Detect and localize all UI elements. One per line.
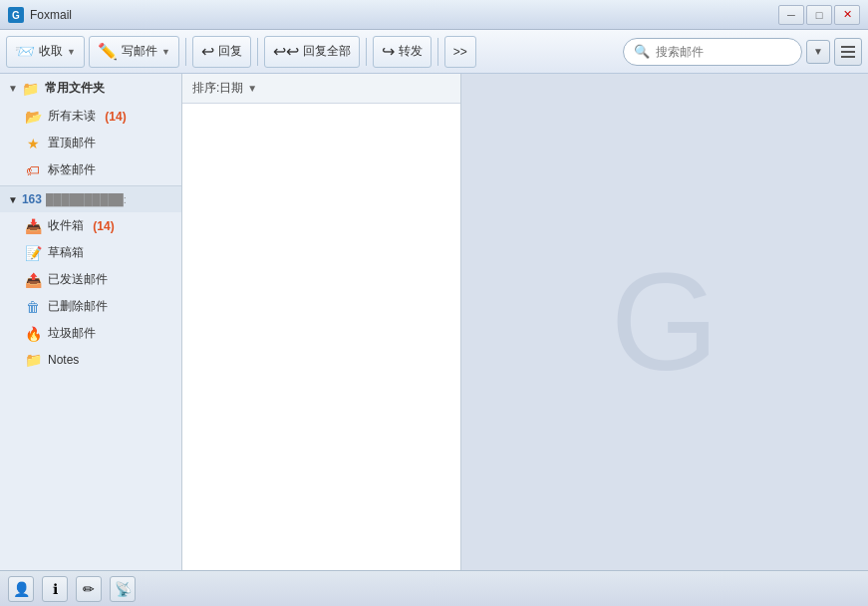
account-section: ▼ 163 ██████████: 📥 收件箱 (14) 📝 草稿箱 📤 已发送… xyxy=(0,185,181,373)
more-label: >> xyxy=(453,45,467,59)
person-icon: 👤 xyxy=(13,581,30,597)
common-folder-icon: 📁 xyxy=(22,81,39,97)
draft-icon: 📝 xyxy=(24,245,42,261)
maximize-button[interactable]: □ xyxy=(806,5,832,25)
title-bar: G Foxmail ─ □ ✕ xyxy=(0,0,868,30)
separator-3 xyxy=(366,38,367,66)
menu-icon-3 xyxy=(841,56,855,58)
reply-label: 回复 xyxy=(218,43,242,60)
receive-label: 收取 xyxy=(39,43,63,60)
separator-4 xyxy=(437,38,438,66)
info-button[interactable]: ℹ xyxy=(42,576,68,602)
sidebar-item-starred[interactable]: ★ 置顶邮件 xyxy=(0,130,181,156)
feed-icon: 📡 xyxy=(115,581,132,597)
common-folders-header[interactable]: ▼ 📁 常用文件夹 xyxy=(0,74,181,103)
sidebar-item-spam[interactable]: 🔥 垃圾邮件 xyxy=(0,320,181,347)
separator-1 xyxy=(185,38,186,66)
reply-all-label: 回复全部 xyxy=(303,43,351,60)
spam-icon: 🔥 xyxy=(24,326,42,342)
email-content-area xyxy=(182,104,460,570)
close-button[interactable]: ✕ xyxy=(834,5,860,25)
sidebar-item-deleted[interactable]: 🗑 已删除邮件 xyxy=(0,293,181,320)
tagged-label: 标签邮件 xyxy=(48,161,96,178)
compose-status-button[interactable]: ✏ xyxy=(76,576,102,602)
deleted-label: 已删除邮件 xyxy=(48,298,108,315)
forward-icon: ↪ xyxy=(382,42,395,61)
sidebar-item-sent[interactable]: 📤 已发送邮件 xyxy=(0,266,181,293)
search-dropdown-button[interactable]: ▼ xyxy=(806,40,830,64)
common-folders-label: 常用文件夹 xyxy=(45,80,105,97)
feed-button[interactable]: 📡 xyxy=(110,576,136,602)
deleted-icon: 🗑 xyxy=(24,299,42,315)
sort-arrow-icon: ▼ xyxy=(247,83,257,94)
collapse-arrow-account: ▼ xyxy=(8,194,18,205)
foxmail-watermark: G xyxy=(611,241,720,403)
window-controls: ─ □ ✕ xyxy=(778,5,860,25)
collapse-arrow-common: ▼ xyxy=(8,83,18,94)
sidebar-item-inbox[interactable]: 📥 收件箱 (14) xyxy=(0,212,181,239)
search-input[interactable] xyxy=(656,45,795,59)
sidebar-item-unread[interactable]: 📂 所有未读 (14) xyxy=(0,103,181,130)
sidebar-item-draft[interactable]: 📝 草稿箱 xyxy=(0,239,181,266)
compose-button[interactable]: ✏️ 写邮件 ▼ xyxy=(89,36,179,68)
menu-icon xyxy=(841,46,855,48)
spam-label: 垃圾邮件 xyxy=(48,325,96,342)
menu-icon-2 xyxy=(841,51,855,53)
inbox-icon: 📥 xyxy=(24,218,42,234)
inbox-count: (14) xyxy=(90,219,115,233)
contacts-button[interactable]: 👤 xyxy=(8,576,34,602)
account-email: ██████████: xyxy=(46,193,127,205)
compose-icon: ✏️ xyxy=(98,42,118,61)
sidebar-item-notes[interactable]: 📁 Notes xyxy=(0,347,181,373)
more-button[interactable]: >> xyxy=(444,36,476,68)
draft-label: 草稿箱 xyxy=(48,244,84,261)
chevron-down-icon: ▼ xyxy=(813,46,823,57)
account-header[interactable]: ▼ 163 ██████████: xyxy=(0,186,181,212)
unread-icon: 📂 xyxy=(24,109,42,125)
unread-count: (14) xyxy=(102,110,127,124)
menu-button[interactable] xyxy=(834,38,862,66)
receive-arrow: ▼ xyxy=(67,47,76,57)
starred-icon: ★ xyxy=(24,136,42,152)
search-box[interactable]: 🔍 xyxy=(623,38,802,66)
unread-label: 所有未读 xyxy=(48,108,96,125)
separator-2 xyxy=(257,38,258,66)
reply-all-button[interactable]: ↩↩ 回复全部 xyxy=(264,36,360,68)
forward-label: 转发 xyxy=(399,43,423,60)
sent-icon: 📤 xyxy=(24,272,42,288)
sent-label: 已发送邮件 xyxy=(48,271,108,288)
receive-icon: 📨 xyxy=(15,42,35,61)
compose-label: 写邮件 xyxy=(122,43,157,60)
reply-icon: ↩ xyxy=(201,42,214,61)
toolbar: 📨 收取 ▼ ✏️ 写邮件 ▼ ↩ 回复 ↩↩ 回复全部 ↪ 转发 >> 🔍 ▼ xyxy=(0,30,868,74)
receive-button[interactable]: 📨 收取 ▼ xyxy=(6,36,85,68)
inbox-label: 收件箱 xyxy=(48,217,84,234)
app-icon: G xyxy=(8,7,24,23)
sidebar: ▼ 📁 常用文件夹 📂 所有未读 (14) ★ 置顶邮件 🏷 标签邮件 ▼ 16… xyxy=(0,74,182,570)
notes-icon: 📁 xyxy=(24,352,42,368)
email-list-panel: 排序:日期 ▼ xyxy=(182,74,461,570)
compose-status-icon: ✏ xyxy=(83,581,95,597)
reply-all-icon: ↩↩ xyxy=(273,42,299,61)
sort-label: 排序:日期 xyxy=(192,80,243,97)
minimize-button[interactable]: ─ xyxy=(778,5,804,25)
status-bar: 👤 ℹ ✏ 📡 xyxy=(0,570,868,606)
tagged-icon: 🏷 xyxy=(24,162,42,178)
compose-arrow: ▼ xyxy=(161,47,170,57)
preview-pane: G xyxy=(461,74,868,570)
reply-button[interactable]: ↩ 回复 xyxy=(192,36,251,68)
sidebar-item-tagged[interactable]: 🏷 标签邮件 xyxy=(0,156,181,183)
main-area: ▼ 📁 常用文件夹 📂 所有未读 (14) ★ 置顶邮件 🏷 标签邮件 ▼ 16… xyxy=(0,74,868,570)
account-number: 163 xyxy=(22,192,42,206)
svg-text:G: G xyxy=(12,10,20,21)
search-icon: 🔍 xyxy=(634,44,650,59)
sort-bar[interactable]: 排序:日期 ▼ xyxy=(182,74,460,104)
search-area: 🔍 ▼ xyxy=(623,38,862,66)
info-icon: ℹ xyxy=(53,581,58,597)
window-title: Foxmail xyxy=(30,8,778,22)
starred-label: 置顶邮件 xyxy=(48,135,96,152)
notes-label: Notes xyxy=(48,353,79,367)
forward-button[interactable]: ↪ 转发 xyxy=(373,36,432,68)
